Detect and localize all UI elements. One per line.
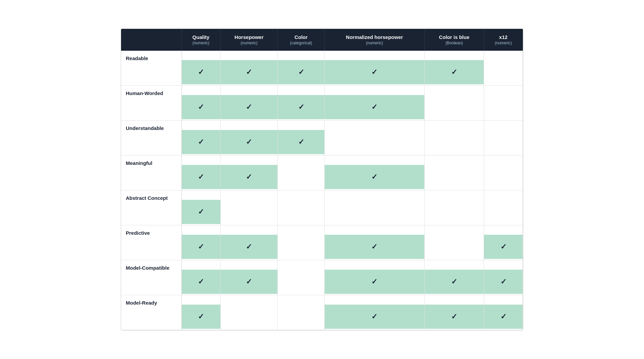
checkmark-icon: ✓ xyxy=(246,277,252,286)
header-col4: Normalized horsepower (numeric) xyxy=(324,29,424,51)
data-cell: ✓ xyxy=(181,295,220,330)
data-cell: ✓ xyxy=(278,86,324,121)
data-cell xyxy=(425,155,484,190)
data-cell: ✓ xyxy=(181,190,220,225)
data-cell xyxy=(278,295,324,330)
data-cell: ✓ xyxy=(324,295,424,330)
row-label-cell: Model-Compatible xyxy=(121,260,181,295)
data-cell: ✓ xyxy=(324,225,424,260)
data-cell: ✓ xyxy=(181,260,220,295)
row-label-cell: Human-Worded xyxy=(121,86,181,121)
data-cell xyxy=(278,225,324,260)
row-label-cell: Meaningful xyxy=(121,155,181,190)
checkmark-icon: ✓ xyxy=(198,312,204,321)
row-label-cell: Understandable xyxy=(121,121,181,155)
checkmark-icon: ✓ xyxy=(451,277,457,286)
header-col6: x12 (numeric) xyxy=(484,29,523,51)
row-label-cell: Abstract Concept xyxy=(121,190,181,225)
data-cell xyxy=(484,86,523,121)
compatibility-table: Quality (numeric) Horsepower (numeric) C… xyxy=(121,29,523,330)
main-table-wrapper: Quality (numeric) Horsepower (numeric) C… xyxy=(121,29,523,330)
checkmark-icon: ✓ xyxy=(198,242,204,251)
row-label-text: Human-Worded xyxy=(121,86,181,96)
row-label-cell: Predictive xyxy=(121,225,181,260)
table-row: Readable✓✓✓✓✓ xyxy=(121,51,523,86)
data-cell: ✓ xyxy=(484,225,523,260)
row-label-text: Model-Compatible xyxy=(121,260,181,271)
row-label-text: Readable xyxy=(121,51,181,61)
table-row: Abstract Concept✓ xyxy=(121,190,523,225)
checkmark-icon: ✓ xyxy=(371,103,377,111)
data-cell xyxy=(484,51,523,86)
checkmark-icon: ✓ xyxy=(371,242,377,251)
table-row: Model-Compatible✓✓✓✓✓ xyxy=(121,260,523,295)
checkmark-icon: ✓ xyxy=(371,173,377,181)
data-cell: ✓ xyxy=(181,225,220,260)
data-cell: ✓ xyxy=(181,51,220,86)
data-cell xyxy=(425,121,484,155)
data-cell xyxy=(278,260,324,295)
checkmark-icon: ✓ xyxy=(500,242,506,251)
checkmark-icon: ✓ xyxy=(246,103,252,111)
checkmark-icon: ✓ xyxy=(246,242,252,251)
data-cell xyxy=(278,155,324,190)
data-cell: ✓ xyxy=(278,121,324,155)
checkmark-icon: ✓ xyxy=(298,138,304,146)
row-label-text: Model-Ready xyxy=(121,295,181,306)
data-cell: ✓ xyxy=(484,260,523,295)
data-cell: ✓ xyxy=(425,260,484,295)
data-cell: ✓ xyxy=(324,51,424,86)
checkmark-icon: ✓ xyxy=(500,312,506,321)
data-cell xyxy=(324,121,424,155)
data-cell xyxy=(425,86,484,121)
data-cell: ✓ xyxy=(324,260,424,295)
data-cell: ✓ xyxy=(220,121,278,155)
checkmark-icon: ✓ xyxy=(198,68,204,77)
row-label-text: Abstract Concept xyxy=(121,190,181,201)
data-cell: ✓ xyxy=(181,121,220,155)
checkmark-icon: ✓ xyxy=(246,173,252,181)
checkmark-icon: ✓ xyxy=(198,138,204,146)
row-label-cell: Model-Ready xyxy=(121,295,181,330)
checkmark-icon: ✓ xyxy=(371,68,377,77)
data-cell: ✓ xyxy=(220,51,278,86)
data-cell: ✓ xyxy=(181,86,220,121)
data-cell xyxy=(324,190,424,225)
data-cell xyxy=(484,155,523,190)
header-col5: Color is blue (Boolean) xyxy=(425,29,484,51)
header-row: Quality (numeric) Horsepower (numeric) C… xyxy=(121,29,523,51)
header-col0 xyxy=(121,29,181,51)
checkmark-icon: ✓ xyxy=(451,312,457,321)
data-cell: ✓ xyxy=(324,86,424,121)
header-col1: Quality (numeric) xyxy=(181,29,220,51)
checkmark-icon: ✓ xyxy=(198,208,204,216)
data-cell: ✓ xyxy=(278,51,324,86)
data-cell: ✓ xyxy=(425,51,484,86)
header-col2: Horsepower (numeric) xyxy=(220,29,278,51)
table-row: Meaningful✓✓✓ xyxy=(121,155,523,190)
table-row: Understandable✓✓✓ xyxy=(121,121,523,155)
data-cell xyxy=(484,121,523,155)
data-cell xyxy=(425,225,484,260)
data-cell: ✓ xyxy=(220,155,278,190)
table-row: Human-Worded✓✓✓✓ xyxy=(121,86,523,121)
row-label-text: Meaningful xyxy=(121,155,181,166)
checkmark-icon: ✓ xyxy=(500,277,506,286)
data-cell xyxy=(220,190,278,225)
data-cell: ✓ xyxy=(181,155,220,190)
row-label-text: Predictive xyxy=(121,225,181,236)
table-row: Predictive✓✓✓✓ xyxy=(121,225,523,260)
data-cell xyxy=(484,190,523,225)
checkmark-icon: ✓ xyxy=(371,312,377,321)
row-label-text: Understandable xyxy=(121,121,181,131)
data-cell xyxy=(220,295,278,330)
checkmark-icon: ✓ xyxy=(246,138,252,146)
checkmark-icon: ✓ xyxy=(198,173,204,181)
row-label-cell: Readable xyxy=(121,51,181,86)
checkmark-icon: ✓ xyxy=(451,68,457,77)
data-cell: ✓ xyxy=(220,260,278,295)
checkmark-icon: ✓ xyxy=(298,103,304,111)
data-cell: ✓ xyxy=(484,295,523,330)
data-cell: ✓ xyxy=(220,86,278,121)
data-cell xyxy=(425,190,484,225)
